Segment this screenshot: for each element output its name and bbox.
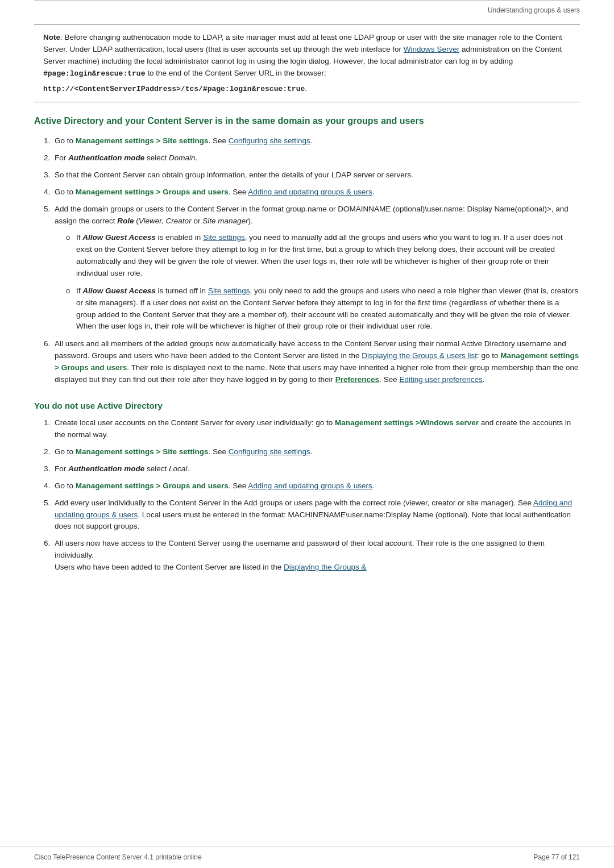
configuring-site-settings-link-2[interactable]: Configuring site settings xyxy=(229,447,310,456)
main-content: Note: Before changing authentication mod… xyxy=(0,14,614,625)
role-label: Role xyxy=(117,217,134,225)
section1-list: Go to Management settings > Site setting… xyxy=(52,135,580,386)
note-url-line: http://<ContentServerIPaddress>/tcs/#pag… xyxy=(43,83,571,95)
section2-item-1: Create local user accounts on the Conten… xyxy=(52,417,580,441)
adding-updating-link-2[interactable]: Adding and updating groups & users xyxy=(248,481,372,490)
site-manager-label: Site manager xyxy=(202,217,248,225)
note-label: Note xyxy=(43,33,60,41)
header-title: Understanding groups & users xyxy=(488,6,580,14)
configuring-site-settings-link-1[interactable]: Configuring site settings xyxy=(229,136,310,145)
local-value: Local xyxy=(169,464,187,473)
footer-right: Page 77 of 121 xyxy=(534,853,580,861)
windows-server-link[interactable]: Windows Server xyxy=(404,45,459,53)
editing-user-preferences-link[interactable]: Editing user preferences xyxy=(399,375,482,384)
mgmt-windows-server-link[interactable]: Management settings >Windows server xyxy=(335,418,479,427)
adding-updating-link-3[interactable]: Adding and updating groups & users xyxy=(55,499,572,519)
auth-mode-label-2: Authentication mode xyxy=(68,464,144,473)
displaying-groups-link-2[interactable]: Displaying the Groups & xyxy=(284,563,367,571)
note-paragraph: Note: Before changing authentication mod… xyxy=(43,32,571,80)
section1-subitem-1: If Allow Guest Access is enabled in Site… xyxy=(66,232,580,280)
site-settings-link-1[interactable]: Site settings xyxy=(203,233,245,242)
page: Understanding groups & users Note: Befor… xyxy=(0,0,614,868)
note-box: Note: Before changing authentication mod… xyxy=(34,24,580,102)
allow-guest-access-2: Allow Guest Access xyxy=(82,286,156,295)
section1-item-5-subitems: If Allow Guest Access is enabled in Site… xyxy=(66,232,580,333)
monospace-rescue: #page:login&rescue:true xyxy=(43,69,145,78)
section1-item-4: Go to Management settings > Groups and u… xyxy=(52,186,580,198)
auth-mode-label-1: Authentication mode xyxy=(68,153,144,162)
page-footer: Cisco TelePresence Content Server 4.1 pr… xyxy=(0,846,614,868)
mgmt-groups-users-link-2[interactable]: Management settings > Groups and users xyxy=(55,351,579,372)
footer-left: Cisco TelePresence Content Server 4.1 pr… xyxy=(34,853,202,861)
adding-updating-link-1[interactable]: Adding and updating groups & users xyxy=(248,188,372,196)
section2-list: Create local user accounts on the Conten… xyxy=(52,417,580,574)
displaying-groups-users-link-1[interactable]: Displaying the Groups & users list xyxy=(362,351,477,360)
section1-item-1: Go to Management settings > Site setting… xyxy=(52,135,580,147)
section1-subitem-2: If Allow Guest Access is turned off in S… xyxy=(66,285,580,333)
mgmt-site-settings-link-1[interactable]: Management settings > Site settings xyxy=(76,136,209,145)
page-header: Understanding groups & users xyxy=(0,1,614,14)
section1-heading: Active Directory and your Content Server… xyxy=(34,115,580,127)
section2-item-4: Go to Management settings > Groups and u… xyxy=(52,480,580,492)
viewer-creator-label: Viewer, Creator xyxy=(139,217,192,225)
mgmt-groups-users-link-3[interactable]: Management settings > Groups and users xyxy=(76,481,229,490)
mgmt-site-settings-link-2[interactable]: Management settings > Site settings xyxy=(76,447,209,456)
section1-item-3: So that the Content Server can obtain gr… xyxy=(52,169,580,181)
section1-item-5: Add the domain groups or users to the Co… xyxy=(52,203,580,333)
section1-item-2: For Authentication mode select Domain. xyxy=(52,152,580,164)
section2-item-6: All users now have access to the Content… xyxy=(52,538,580,574)
section1-item-6: All users and all members of the added g… xyxy=(52,338,580,386)
monospace-url: http://<ContentServerIPaddress>/tcs/#pag… xyxy=(43,85,305,93)
mgmt-groups-users-link-1[interactable]: Management settings > Groups and users xyxy=(76,188,229,196)
section2-item-2: Go to Management settings > Site setting… xyxy=(52,446,580,458)
allow-guest-access-1: Allow Guest Access xyxy=(82,233,156,242)
section2-item-5: Add every user individually to the Conte… xyxy=(52,497,580,533)
preferences-link[interactable]: Preferences xyxy=(335,375,379,384)
section2-heading: You do not use Active Directory xyxy=(34,401,580,410)
site-settings-link-2[interactable]: Site settings xyxy=(208,286,250,295)
section2-item-3: For Authentication mode select Local. xyxy=(52,463,580,475)
domain-value: Domain xyxy=(169,153,196,162)
